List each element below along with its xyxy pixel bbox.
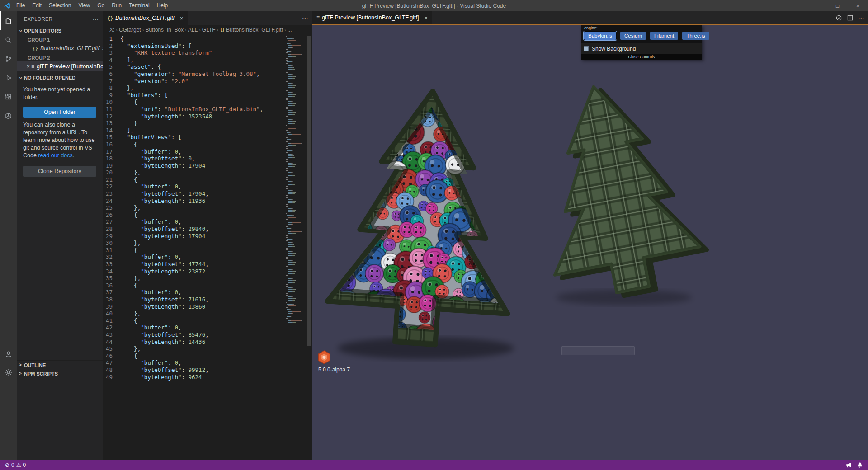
line-number[interactable]: 4 [103,56,120,64]
line-number[interactable]: 11 [103,106,120,113]
line-number[interactable]: 12 [103,113,120,120]
line-number[interactable]: 6 [103,70,120,78]
line-number[interactable]: 9 [103,92,120,99]
code-line[interactable]: 21 { [103,176,283,183]
more-actions-icon[interactable]: ⋯ [302,14,308,22]
line-number[interactable]: 40 [103,310,120,317]
code-line[interactable]: 27 "buffer": 0, [103,218,283,226]
breadcrumb-item[interactable]: Buttons_In_Box [145,27,184,33]
code-editor[interactable]: 1{2 "extensionsUsed": [3 "KHR_texture_tr… [103,35,312,460]
close-tab-icon[interactable]: × [178,15,185,22]
code-line[interactable]: 12 "byteLength": 3523548 [103,113,283,120]
line-number[interactable]: 8 [103,85,120,92]
line-number[interactable]: 45 [103,345,120,352]
code-line[interactable]: 31 { [103,247,283,254]
menu-run[interactable]: Run [108,0,125,11]
open-folder-button[interactable]: Open Folder [23,107,96,118]
code-line[interactable]: 19 "byteLength": 17904 [103,162,283,169]
open-editor-item-gltf-file[interactable]: {} ButtonsInBox_GLTF.gltf X:\C... [17,43,103,53]
breadcrumb-item[interactable]: ... [288,27,292,33]
line-number[interactable]: 2 [103,42,120,50]
code-line[interactable]: 13 } [103,120,283,127]
line-number[interactable]: 26 [103,212,120,219]
line-number[interactable]: 7 [103,78,120,85]
line-number[interactable]: 34 [103,268,120,275]
line-number[interactable]: 46 [103,352,120,360]
maximize-button[interactable]: □ [827,0,848,11]
tab-gltf-preview[interactable]: ≡ glTF Preview [ButtonsInBox_GLTF.gltf] … [312,11,433,24]
code-line[interactable]: 29 "byteLength": 17904 [103,233,283,240]
code-line[interactable]: 18 "byteOffset": 0, [103,155,283,162]
line-number[interactable]: 1 [103,35,120,42]
engine-button-babylonjs[interactable]: Babylon.js [584,32,616,40]
line-number[interactable]: 42 [103,324,120,331]
code-line[interactable]: 8 }, [103,85,283,92]
menu-file[interactable]: File [13,0,28,11]
line-number[interactable]: 47 [103,359,120,367]
explorer-icon[interactable] [0,11,17,30]
code-line[interactable]: 44 "byteLength": 14436 [103,338,283,346]
read-our-docs-link[interactable]: read our docs [38,152,72,159]
no-folder-opened-header[interactable]: > NO FOLDER OPENED [17,73,103,82]
menu-go[interactable]: Go [94,0,108,11]
code-line[interactable]: 4 ], [103,56,283,64]
outline-section-header[interactable]: > OUTLINE [17,360,103,369]
menu-terminal[interactable]: Terminal [125,0,153,11]
close-editor-icon[interactable]: × [27,63,30,70]
line-number[interactable]: 14 [103,127,120,134]
code-line[interactable]: 38 "byteOffset": 71616, [103,296,283,303]
line-number[interactable]: 20 [103,169,120,176]
npm-scripts-section-header[interactable]: > NPM SCRIPTS [17,369,103,378]
line-number[interactable]: 22 [103,183,120,190]
code-line[interactable]: 30 }, [103,240,283,247]
code-line[interactable]: 20 }, [103,169,283,176]
line-number[interactable]: 31 [103,247,120,254]
code-line[interactable]: 3 "KHR_texture_transform" [103,49,283,56]
line-number[interactable]: 41 [103,317,120,324]
menu-help[interactable]: Help [153,0,172,11]
line-number[interactable]: 38 [103,296,120,303]
code-line[interactable]: 6 "generator": "Marmoset Toolbag 3.08", [103,70,283,78]
line-number[interactable]: 44 [103,338,120,346]
line-number[interactable]: 19 [103,162,120,169]
engine-button-cesium[interactable]: Cesium [620,32,646,40]
code-line[interactable]: 34 "byteLength": 23872 [103,268,283,275]
scrollbar-thumb[interactable] [307,36,311,346]
breadcrumb-item[interactable]: GLTF [202,27,216,33]
line-number[interactable]: 37 [103,289,120,296]
accounts-icon[interactable] [0,345,17,364]
breadcrumb-item[interactable]: CGtarget [119,27,141,33]
code-line[interactable]: 25 }, [103,204,283,212]
minimap[interactable] [285,35,306,333]
source-control-icon[interactable] [0,49,17,68]
line-number[interactable]: 15 [103,134,120,141]
menu-view[interactable]: View [75,0,94,11]
line-number[interactable]: 30 [103,240,120,247]
line-number[interactable]: 3 [103,49,120,56]
close-controls-button[interactable]: Close Controls [581,54,702,60]
code-line[interactable]: 36 { [103,282,283,289]
tab-buttonsinbox-gltf[interactable]: {} ButtonsInBox_GLTF.gltf × [103,11,189,25]
breadcrumb-item[interactable]: X: [109,27,114,33]
code-line[interactable]: 7 "version": "2.0" [103,78,283,85]
line-number[interactable]: 16 [103,141,120,148]
line-number[interactable]: 29 [103,233,120,240]
code-line[interactable]: 32 "buffer": 0, [103,254,283,261]
line-number[interactable]: 24 [103,197,120,205]
breadcrumb-item[interactable]: ButtonsInBox_GLTF.gltf [226,27,283,33]
line-number[interactable]: 13 [103,120,120,127]
extensions-icon[interactable] [0,87,17,106]
code-line[interactable]: 11 "uri": "ButtonsInBox_GLTF_data.bin", [103,106,283,113]
clone-repository-button[interactable]: Clone Repository [23,166,96,177]
line-number[interactable]: 39 [103,303,120,310]
code-line[interactable]: 49 "byteLength": 9624 [103,374,283,381]
problems-status[interactable]: ⊘ 0 ⚠ 0 [3,460,28,470]
menu-selection[interactable]: Selection [45,0,75,11]
code-line[interactable]: 2 "extensionsUsed": [ [103,42,283,50]
code-line[interactable]: 46 { [103,352,283,360]
split-editor-icon[interactable] [847,14,854,21]
notifications-bell-icon[interactable] [854,462,865,468]
code-line[interactable]: 39 "byteLength": 13860 [103,303,283,310]
line-number[interactable]: 49 [103,374,120,381]
engine-button-threejs[interactable]: Three.js [682,32,709,40]
